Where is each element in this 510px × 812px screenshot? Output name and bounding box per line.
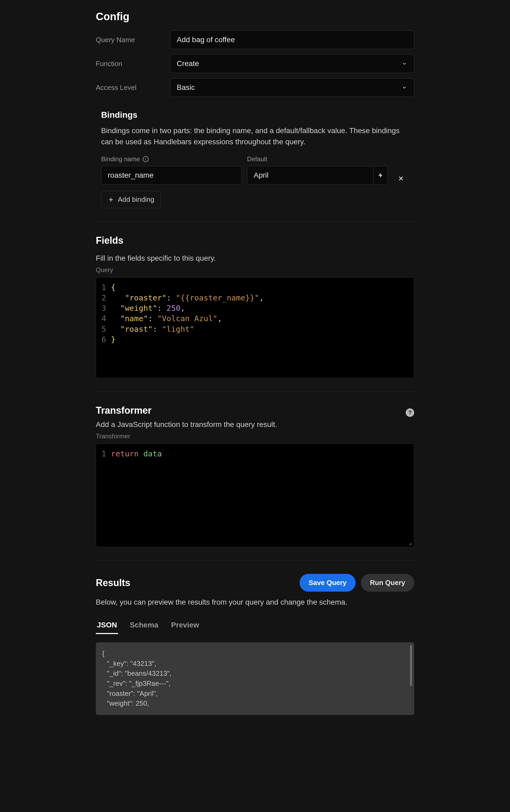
query-code-editor[interactable]: 1{2 "roaster": "{{roaster_name}}",3 "wei… [96,277,414,378]
json-output-line: "_rev": "_fjp3Rae---", [102,679,408,689]
json-output-line: "weight": 250, [102,698,408,709]
add-binding-button[interactable]: Add binding [101,191,161,208]
access-level-select[interactable]: Basic [170,78,414,97]
json-output-line: "_id": "beans/43213", [102,668,408,679]
json-output-line: "roaster": "April", [102,689,408,699]
chevron-down-icon [401,60,407,67]
json-output-line: { [102,649,408,659]
function-value: Create [177,59,199,68]
binding-name-label: Binding name [101,155,140,163]
tab-preview[interactable]: Preview [170,617,200,634]
query-name-label: Query Name [96,36,170,44]
run-query-button[interactable]: Run Query [361,574,414,592]
access-level-value: Basic [177,83,195,92]
divider [96,391,414,392]
lightning-button[interactable] [373,166,388,185]
json-output[interactable]: {"_key": "43213","_id": "beans/43213","_… [96,642,414,715]
binding-default-input[interactable] [247,166,373,185]
results-title: Results [96,577,130,589]
bindings-title: Bindings [101,110,409,120]
function-select[interactable]: Create [170,54,414,73]
config-title: Config [96,10,414,23]
transformer-code-editor[interactable]: 1return data [96,444,414,547]
query-name-input[interactable] [170,30,414,49]
resize-handle[interactable] [408,541,413,545]
tab-json[interactable]: JSON [96,617,118,634]
divider [96,560,414,561]
function-label: Function [96,60,170,68]
query-field-label: Query [96,266,414,274]
results-description: Below, you can preview the results from … [96,598,414,606]
save-query-button[interactable]: Save Query [300,574,356,592]
fields-title: Fields [96,235,414,246]
info-icon[interactable]: i [143,156,149,162]
tab-schema[interactable]: Schema [129,617,159,634]
bindings-description: Bindings come in two parts: the binding … [101,125,409,147]
fields-description: Fill in the fields specific to this quer… [96,254,414,263]
scrollbar[interactable] [410,645,412,686]
add-binding-label: Add binding [118,196,154,204]
transformer-field-label: Transformer [96,432,414,440]
divider [96,221,414,222]
chevron-down-icon [401,84,407,91]
transformer-title: Transformer [96,405,151,416]
transformer-description: Add a JavaScript function to transform t… [96,420,414,429]
access-level-label: Access Level [96,84,170,92]
binding-name-input[interactable] [101,166,242,185]
help-icon[interactable]: ? [406,409,414,417]
binding-default-label: Default [247,155,267,163]
json-output-line: "_key": "43213", [102,659,408,669]
remove-binding-button[interactable] [393,175,409,182]
